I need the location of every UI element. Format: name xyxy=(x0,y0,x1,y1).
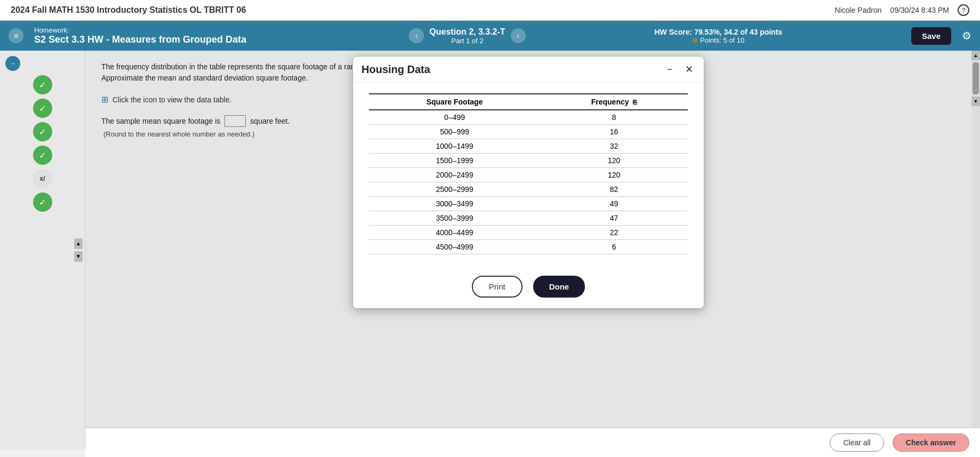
sidebar-item-2[interactable]: ✓ xyxy=(33,99,52,118)
hw-score-value: 79.53%, 34.2 of 43 points xyxy=(694,28,782,36)
frequency-copy-icon[interactable]: ⎘ xyxy=(633,99,637,106)
range-cell: 1500–1999 xyxy=(369,154,540,168)
col-frequency-header: Frequency ⎘ xyxy=(540,94,688,110)
hw-score-label: HW Score: xyxy=(654,28,692,36)
frequency-cell: 120 xyxy=(540,168,688,182)
score-block: HW Score: 79.53%, 34.2 of 43 points ⊘ Po… xyxy=(536,28,901,44)
frequency-cell: 16 xyxy=(540,125,688,139)
clear-all-button[interactable]: Clear all xyxy=(830,434,883,452)
modal-close-button[interactable]: ✕ xyxy=(682,63,695,76)
sidebar-item-1[interactable]: ✓ xyxy=(33,75,52,94)
table-row: 4000–4499 22 xyxy=(369,226,688,240)
table-row: 2500–2999 82 xyxy=(369,182,688,197)
scroll-up-button[interactable]: ▲ xyxy=(971,51,980,60)
table-row: 500–999 16 xyxy=(369,125,688,139)
hw-score: HW Score: 79.53%, 34.2 of 43 points xyxy=(536,28,901,36)
question-nav: ‹ Question 2, 3.3.2-T Part 1 of 2 › xyxy=(409,27,525,45)
col-square-footage-header: Square Footage xyxy=(369,94,540,110)
hw-title-block: Homework: S2 Sect 3.3 HW - Measures from… xyxy=(34,26,398,45)
sidebar-scroll: ▲ ▼ xyxy=(74,238,83,262)
table-row: 3000–3499 49 xyxy=(369,197,688,211)
prev-question-button[interactable]: ‹ xyxy=(409,28,424,43)
frequency-cell: 22 xyxy=(540,226,688,240)
check-icon-1: ✓ xyxy=(39,80,46,90)
question-label: Question 2, 3.3.2-T xyxy=(429,27,505,37)
main-content: → ✓ ✓ ✓ ✓ x/ ✓ ▲ ▼ The frequency distrib… xyxy=(0,51,980,449)
table-row: 0–499 8 xyxy=(369,110,688,125)
right-scrollbar: ▲ ▼ xyxy=(971,51,980,449)
content-area: The frequency distribution in the table … xyxy=(85,51,971,449)
frequency-cell: 8 xyxy=(540,110,688,125)
scroll-down-button[interactable]: ▼ xyxy=(971,97,980,106)
frequency-cell: 32 xyxy=(540,139,688,154)
top-bar-right: Nicole Padron 09/30/24 8:43 PM ? xyxy=(835,4,969,16)
range-cell: 3500–3999 xyxy=(369,211,540,226)
next-question-button[interactable]: › xyxy=(511,28,526,43)
done-button[interactable]: Done xyxy=(533,276,585,298)
modal-controls: − ✕ xyxy=(663,63,695,76)
points-label: Points: xyxy=(700,36,721,44)
frequency-cell: 47 xyxy=(540,211,688,226)
top-bar: 2024 Fall MATH 1530 Introductory Statist… xyxy=(0,0,980,21)
check-icon-6: ✓ xyxy=(39,197,46,207)
range-cell: 2500–2999 xyxy=(369,182,540,197)
points-row: ⊘ Points: 5 of 10 xyxy=(536,36,901,44)
sidebar-item-3[interactable]: ✓ xyxy=(33,122,52,141)
menu-button[interactable]: ≡ xyxy=(9,28,23,43)
gear-icon[interactable]: ⚙ xyxy=(962,29,971,42)
range-cell: 4500–4999 xyxy=(369,240,540,254)
print-button[interactable]: Print xyxy=(472,276,523,298)
check-icon-3: ✓ xyxy=(39,127,46,137)
sidebar-scroll-up[interactable]: ▲ xyxy=(74,238,83,249)
points-icon: ⊘ xyxy=(692,36,700,44)
check-answer-button[interactable]: Check answer xyxy=(893,434,969,452)
modal-titlebar: Housing Data − ✕ xyxy=(353,57,704,83)
question-info: Question 2, 3.3.2-T Part 1 of 2 xyxy=(429,27,505,45)
user-name: Nicole Padron xyxy=(835,6,882,14)
table-row: 1500–1999 120 xyxy=(369,154,688,168)
modal-title: Housing Data xyxy=(362,63,430,76)
range-cell: 3000–3499 xyxy=(369,197,540,211)
range-cell: 4000–4499 xyxy=(369,226,540,240)
modal: Housing Data − ✕ Square Footage xyxy=(352,56,704,309)
datetime: 09/30/24 8:43 PM xyxy=(890,6,949,14)
fraction-icon: x/ xyxy=(39,175,45,182)
modal-overlay: Housing Data − ✕ Square Footage xyxy=(85,51,971,449)
check-icon-2: ✓ xyxy=(39,103,46,114)
modal-footer: Print Done xyxy=(353,265,704,308)
range-cell: 0–499 xyxy=(369,110,540,125)
sidebar: → ✓ ✓ ✓ ✓ x/ ✓ ▲ ▼ xyxy=(0,51,85,449)
sidebar-back-arrow[interactable]: → xyxy=(5,56,20,71)
help-icon[interactable]: ? xyxy=(958,4,969,16)
question-sub: Part 1 of 2 xyxy=(429,37,505,45)
sidebar-item-4[interactable]: ✓ xyxy=(33,146,52,165)
sidebar-item-5[interactable]: x/ xyxy=(33,169,52,188)
bottom-bar: Clear all Check answer xyxy=(85,428,980,457)
modal-minimize-button[interactable]: − xyxy=(663,63,676,76)
scroll-handle[interactable] xyxy=(973,62,979,94)
table-row: 2000–2499 120 xyxy=(369,168,688,182)
range-cell: 1000–1499 xyxy=(369,139,540,154)
hw-label: Homework: xyxy=(34,26,398,34)
frequency-cell: 49 xyxy=(540,197,688,211)
range-cell: 2000–2499 xyxy=(369,168,540,182)
frequency-cell: 120 xyxy=(540,154,688,168)
course-title: 2024 Fall MATH 1530 Introductory Statist… xyxy=(11,5,246,15)
sidebar-scroll-down[interactable]: ▼ xyxy=(74,251,83,262)
table-row: 3500–3999 47 xyxy=(369,211,688,226)
header-bar: ≡ Homework: S2 Sect 3.3 HW - Measures fr… xyxy=(0,21,980,51)
range-cell: 500–999 xyxy=(369,125,540,139)
hw-name: S2 Sect 3.3 HW - Measures from Grouped D… xyxy=(34,34,398,45)
save-button[interactable]: Save xyxy=(911,27,951,45)
check-icon-4: ✓ xyxy=(39,150,46,161)
points-value: 5 of 10 xyxy=(723,36,744,44)
frequency-cell: 6 xyxy=(540,240,688,254)
housing-data-table: Square Footage Frequency ⎘ 0–499 8 5 xyxy=(369,93,688,254)
table-row: 4500–4999 6 xyxy=(369,240,688,254)
frequency-cell: 82 xyxy=(540,182,688,197)
sidebar-item-6[interactable]: ✓ xyxy=(33,193,52,212)
table-row: 1000–1499 32 xyxy=(369,139,688,154)
modal-body: Square Footage Frequency ⎘ 0–499 8 5 xyxy=(353,83,704,265)
